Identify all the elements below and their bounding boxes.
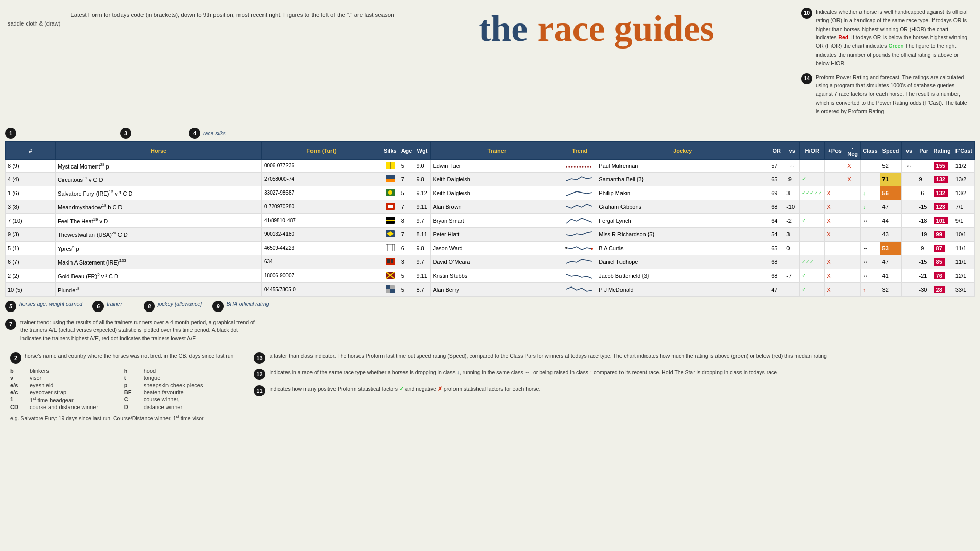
cell-age: 8	[399, 213, 414, 227]
badge-14: 14	[801, 73, 812, 84]
badge-8: 8	[144, 301, 155, 312]
cell-neg	[845, 282, 861, 296]
cell-number: 3 (8)	[6, 200, 56, 213]
cell-pos: X	[825, 269, 845, 282]
cell-silks	[381, 227, 399, 241]
badge-4: 4	[189, 128, 200, 139]
cell-horse: Circuitous11 v C D	[56, 172, 262, 186]
legend-h-key: h	[124, 368, 139, 374]
cell-jockey: B A Curtis	[596, 241, 769, 255]
cell-jockey: Phillip Makin	[596, 186, 769, 200]
cell-vs2	[901, 282, 917, 296]
cell-trainer: Alan Brown	[431, 200, 563, 213]
race-table: # Horse Form (Turf) Silks Age Wgt Traine…	[5, 141, 975, 297]
col-horse: Horse	[56, 141, 262, 159]
race-silks-label: race silks	[203, 130, 226, 136]
cell-vs	[784, 282, 800, 296]
cell-par: -21	[917, 269, 931, 282]
cell-number: 2 (2)	[6, 269, 56, 282]
cell-silks	[381, 186, 399, 200]
cell-wgt: 9.11	[414, 200, 431, 213]
form-notes: Latest Form for todays code (in brackets…	[70, 5, 394, 19]
svg-rect-18	[387, 259, 390, 263]
silks-icon	[386, 244, 395, 251]
badge-1: 1	[5, 128, 16, 139]
cell-hior: ✓	[800, 172, 825, 186]
table-row: 8 (9) Mystical Moment28 p 0006-077236 5 …	[6, 159, 975, 172]
cell-vs2	[901, 269, 917, 282]
legend-b-key: b	[10, 368, 26, 374]
cell-fcast: 12/1	[953, 269, 974, 282]
cell-class	[861, 159, 880, 172]
cell-vs: 3	[784, 227, 800, 241]
cell-wgt: 9.8	[414, 172, 431, 186]
cell-age: 5	[399, 186, 414, 200]
legend-es-key: e/s	[10, 382, 26, 388]
cell-rating: 123	[931, 200, 953, 213]
cell-fcast: 7/1	[953, 200, 974, 213]
cell-class: ↔	[861, 255, 880, 269]
cell-trend	[563, 186, 596, 200]
trend-chart	[565, 175, 593, 183]
cell-speed: 52	[880, 159, 901, 172]
cell-vs: -9	[784, 172, 800, 186]
cell-speed: 44	[880, 213, 901, 227]
race-guides-word: race guides	[538, 8, 714, 49]
cell-hior: ✓	[800, 282, 825, 296]
cell-pos: X	[825, 282, 845, 296]
legend-example: e.g. Salvatore Fury: 19 days since last …	[10, 414, 233, 421]
cell-number: 9 (3)	[6, 227, 56, 241]
cell-silks	[381, 213, 399, 227]
cell-silks	[381, 269, 399, 282]
cell-hior: ✓✓✓✓✓	[800, 186, 825, 200]
cell-rating: 155	[931, 159, 953, 172]
svg-rect-12	[386, 244, 395, 251]
anno-13-text: a faster than class indicator. The horse…	[269, 352, 827, 364]
legend-cd-key: CD	[10, 404, 26, 410]
left-content: 1 3 4 race silks # Horse Form (Turf) Sil…	[5, 121, 975, 425]
cell-rating: 87	[931, 241, 953, 255]
cell-age: 3	[399, 255, 414, 269]
anno-6-text: trainer	[107, 301, 122, 307]
anno-11-block: 11 indicates how many positive Proform s…	[254, 385, 970, 396]
cell-age: 7	[399, 227, 414, 241]
badge-5: 5	[5, 301, 16, 312]
cell-trainer: Keith Dalgleish	[431, 172, 563, 186]
col-wgt: Wgt	[414, 141, 431, 159]
cell-form: 0-720970280	[262, 200, 381, 213]
col-hior: HiOR	[800, 141, 825, 159]
badge-10: 10	[801, 8, 812, 19]
anno-9: 9 BHA official rating	[212, 301, 269, 312]
cell-class	[861, 172, 880, 186]
cell-age: 7	[399, 172, 414, 186]
silks-icon	[386, 217, 395, 224]
svg-point-15	[565, 247, 567, 249]
cell-or: 68	[769, 255, 784, 269]
trend-chart	[565, 285, 593, 293]
anno-5-text: horses age, weight carried	[19, 301, 82, 307]
cell-pos: X	[825, 213, 845, 227]
cell-par	[917, 159, 931, 172]
cell-par: -15	[917, 255, 931, 269]
cell-rating: 76	[931, 269, 953, 282]
badge-13: 13	[254, 352, 265, 364]
cell-silks	[381, 282, 399, 296]
cell-trainer: Kristin Stubbs	[431, 269, 563, 282]
legend-t-val: tongue	[144, 375, 234, 381]
svg-rect-2	[386, 175, 395, 179]
col-par: Par	[917, 141, 931, 159]
anno-8-text: jockey {allowance}	[158, 301, 202, 307]
cell-wgt: 9.7	[414, 255, 431, 269]
cell-age: 5	[399, 269, 414, 282]
table-and-annotations: 1 3 4 race silks # Horse Form (Turf) Sil…	[0, 121, 980, 425]
cell-vs: 0	[784, 241, 800, 255]
col-trend: Trend	[563, 141, 596, 159]
cell-speed: 53	[880, 241, 901, 255]
legend-cd-val: course and distance winner	[30, 404, 120, 410]
trend-chart	[565, 230, 593, 238]
trend-chart	[565, 257, 593, 266]
cell-wgt: 8.7	[414, 282, 431, 296]
cell-par: -15	[917, 200, 931, 213]
legend-c-val: course winner,	[144, 396, 234, 403]
cell-jockey: Daniel Tudhope	[596, 255, 769, 269]
